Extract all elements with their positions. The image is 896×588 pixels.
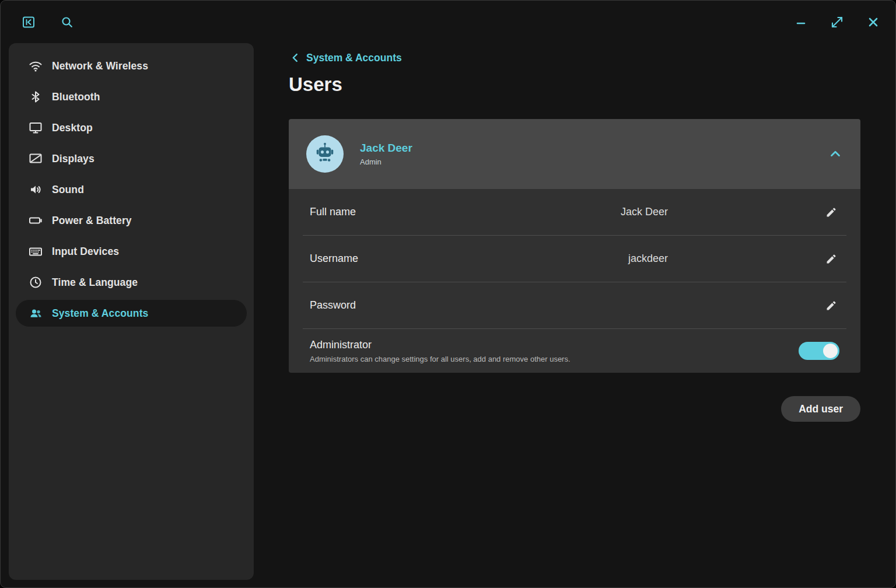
- breadcrumb-label: System & Accounts: [306, 52, 402, 64]
- full-name-value: Jack Deer: [621, 206, 668, 218]
- password-label: Password: [310, 299, 668, 312]
- sidebar-item-label: Network & Wireless: [52, 60, 148, 72]
- username-row: Username jackdeer: [289, 236, 860, 282]
- full-name-row: Full name Jack Deer: [289, 189, 860, 235]
- sidebar-item-label: Bluetooth: [52, 91, 100, 103]
- displays-icon: [29, 152, 43, 166]
- maximize-icon[interactable]: [830, 15, 844, 29]
- back-chevron-icon: [289, 51, 302, 64]
- search-icon[interactable]: [60, 15, 74, 29]
- wifi-icon: [29, 59, 43, 73]
- close-icon[interactable]: [866, 15, 880, 29]
- toggle-knob: [823, 344, 838, 358]
- main-content: System & Accounts Users: [254, 43, 895, 587]
- battery-icon: [29, 214, 43, 228]
- card-actions: Add user: [289, 396, 860, 422]
- collapse-chevron-icon[interactable]: [828, 146, 843, 162]
- sound-icon: [29, 183, 43, 197]
- sidebar-item-displays[interactable]: Displays: [16, 145, 247, 172]
- username-value: jackdeer: [628, 253, 668, 265]
- sidebar-item-bluetooth[interactable]: Bluetooth: [16, 83, 247, 110]
- breadcrumb-back-link[interactable]: System & Accounts: [289, 51, 402, 64]
- sidebar-item-label: Time & Language: [52, 276, 138, 289]
- sidebar-item-network-wireless[interactable]: Network & Wireless: [16, 52, 247, 79]
- page-title: Users: [289, 74, 860, 96]
- clock-icon: [29, 275, 43, 289]
- password-row: Password: [289, 282, 860, 328]
- robot-avatar: [306, 135, 344, 173]
- sidebar-item-label: Input Devices: [52, 246, 119, 258]
- app-logo-icon[interactable]: [22, 15, 36, 29]
- edit-password-icon[interactable]: [823, 298, 839, 314]
- add-user-button[interactable]: Add user: [781, 396, 860, 422]
- username-label: Username: [310, 253, 628, 265]
- administrator-row: Administrator Administrators can change …: [289, 329, 860, 373]
- desktop-icon: [29, 121, 43, 135]
- settings-window: Network & Wireless Bluetooth Desktop: [0, 0, 896, 588]
- settings-sidebar: Network & Wireless Bluetooth Desktop: [9, 43, 254, 580]
- user-name: Jack Deer: [360, 142, 828, 155]
- sidebar-item-sound[interactable]: Sound: [16, 176, 247, 203]
- sidebar-item-label: Displays: [52, 153, 94, 165]
- bluetooth-icon: [29, 90, 43, 104]
- titlebar: [1, 1, 895, 43]
- users-icon: [29, 306, 43, 320]
- sidebar-item-desktop[interactable]: Desktop: [16, 114, 247, 141]
- edit-username-icon[interactable]: [823, 251, 839, 267]
- sidebar-item-time-language[interactable]: Time & Language: [16, 269, 247, 296]
- sidebar-item-label: System & Accounts: [52, 307, 148, 320]
- sidebar-item-power-battery[interactable]: Power & Battery: [16, 207, 247, 234]
- admin-toggle[interactable]: [799, 342, 839, 360]
- user-card-header[interactable]: Jack Deer Admin: [289, 119, 860, 189]
- minimize-icon[interactable]: [794, 15, 808, 29]
- administrator-description: Administrators can change settings for a…: [310, 355, 799, 363]
- user-meta: Jack Deer Admin: [360, 142, 828, 166]
- sidebar-item-system-accounts[interactable]: System & Accounts: [16, 300, 247, 327]
- user-role: Admin: [360, 158, 828, 166]
- user-card: Jack Deer Admin Full name Jack Deer: [289, 119, 860, 373]
- keyboard-icon: [29, 244, 43, 258]
- administrator-text: Administrator Administrators can change …: [310, 339, 799, 363]
- edit-full-name-icon[interactable]: [823, 204, 839, 220]
- sidebar-item-label: Desktop: [52, 122, 93, 134]
- sidebar-item-label: Sound: [52, 184, 84, 196]
- sidebar-item-label: Power & Battery: [52, 215, 132, 227]
- sidebar-item-input-devices[interactable]: Input Devices: [16, 238, 247, 265]
- full-name-label: Full name: [310, 206, 621, 218]
- administrator-label: Administrator: [310, 339, 799, 351]
- user-card-body: Full name Jack Deer Username jackdeer: [289, 189, 860, 373]
